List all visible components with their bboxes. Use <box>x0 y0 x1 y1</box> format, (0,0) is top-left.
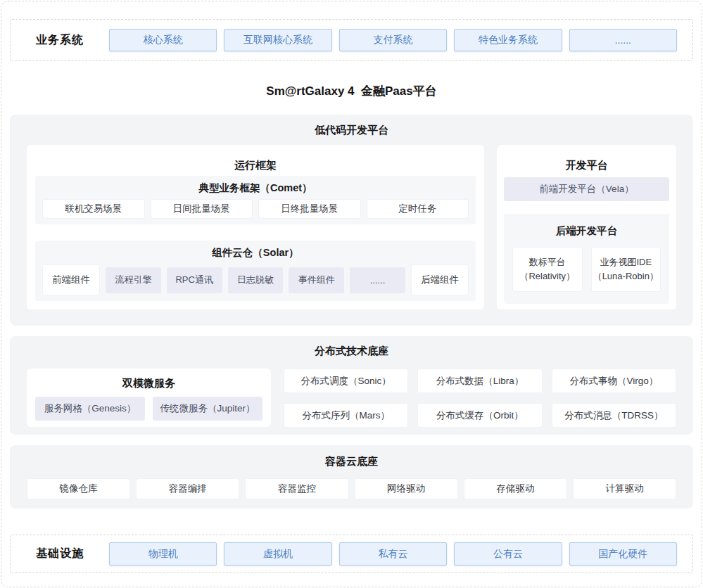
chip-physical-machine: 物理机 <box>109 542 217 565</box>
chip-eod-batch-scenario: 日终批量场景 <box>258 199 361 219</box>
chip-frontend-component: 前端组件 <box>42 264 100 295</box>
chip-special-business-system: 特色业务系统 <box>454 29 562 51</box>
lowcode-platform-body: 运行框架 典型业务框架（Comet） 联机交易场景 日间批量场景 日终批量场景 … <box>27 145 676 309</box>
chip-image-repository: 镜像仓库 <box>27 478 130 499</box>
chip-scheduled-task: 定时任务 <box>367 199 469 219</box>
comet-chips: 联机交易场景 日间批量场景 日终批量场景 定时任务 <box>42 199 469 219</box>
solar-chips: 前端组件 流程引擎 RPC通讯 日志脱敏 事件组件 ...... 后端组件 <box>42 264 469 295</box>
chip-private-cloud: 私有云 <box>339 542 447 565</box>
runtime-framework-title: 运行框架 <box>35 159 476 172</box>
chip-event-component: 事件组件 <box>289 267 344 293</box>
architecture-diagram: 业务系统 核心系统 互联网核心系统 支付系统 特色业务系统 ...... Sm@… <box>0 19 703 573</box>
chip-distributed-cache-orbit: 分布式缓存（Orbit） <box>417 403 542 428</box>
solar-component-cloud-box: 组件云仓（Solar） 前端组件 流程引擎 RPC通讯 日志脱敏 事件组件 ..… <box>35 241 476 301</box>
chip-core-system: 核心系统 <box>109 29 217 51</box>
chip-distributed-data-libra: 分布式数据（Libra） <box>417 369 542 393</box>
container-cloud-base-title: 容器云底座 <box>27 455 676 468</box>
runtime-framework-panel: 运行框架 典型业务框架（Comet） 联机交易场景 日间批量场景 日终批量场景 … <box>27 145 484 309</box>
infrastructure-label: 基础设施 <box>36 547 109 561</box>
distributed-services-grid: 分布式调度（Sonic） 分布式数据（Libra） 分布式事物（Virgo） 分… <box>284 369 676 428</box>
chip-line1: 业务视图IDE <box>600 255 652 269</box>
backend-dev-chips: 数标平台 （Relativity） 业务视图IDE （Luna-Robin） <box>512 247 661 292</box>
lowcode-platform-section: 低代码开发平台 运行框架 典型业务框架（Comet） 联机交易场景 日间批量场景… <box>10 115 693 326</box>
chip-distributed-message-tdrss: 分布式消息（TDRSS） <box>552 403 676 428</box>
lowcode-platform-title: 低代码开发平台 <box>27 124 676 136</box>
chip-domestic-hardware: 国产化硬件 <box>569 542 677 565</box>
chip-intraday-batch-scenario: 日间批量场景 <box>151 199 253 219</box>
infrastructure-row: 基础设施 物理机 虚拟机 私有云 公有云 国产化硬件 <box>10 535 693 573</box>
dual-mode-microservices-panel: 双模微服务 服务网格（Genesis） 传统微服务（Jupiter） <box>27 369 271 427</box>
solar-component-cloud-title: 组件云仓（Solar） <box>42 246 469 259</box>
chip-traditional-microservice-jupiter: 传统微服务（Jupiter） <box>153 397 262 421</box>
distributed-base-body: 双模微服务 服务网格（Genesis） 传统微服务（Jupiter） 分布式调度… <box>27 369 676 428</box>
container-cloud-chips: 镜像仓库 容器编排 容器监控 网络驱动 存储驱动 计算驱动 <box>27 478 676 499</box>
chip-solar-ellipsis: ...... <box>350 267 405 293</box>
business-systems-chips: 核心系统 互联网核心系统 支付系统 特色业务系统 ...... <box>109 29 677 51</box>
business-systems-label: 业务系统 <box>36 33 109 48</box>
backend-dev-platform-box: 后端开发平台 数标平台 （Relativity） 业务视图IDE （Luna-R… <box>504 214 669 304</box>
chip-frontend-dev-platform-vela: 前端开发平台（Vela） <box>504 177 669 201</box>
distributed-base-title: 分布式技术底座 <box>27 345 676 357</box>
chip-service-mesh-genesis: 服务网格（Genesis） <box>35 397 145 421</box>
page-title: Sm@rtGalaxy 4 金融Paas平台 <box>10 83 693 97</box>
chip-internet-core-system: 互联网核心系统 <box>224 29 331 51</box>
chip-line1: 数标平台 <box>529 255 566 269</box>
comet-framework-box: 典型业务框架（Comet） 联机交易场景 日间批量场景 日终批量场景 定时任务 <box>35 176 476 224</box>
chip-public-cloud: 公有云 <box>454 542 562 565</box>
chip-online-trading-scenario: 联机交易场景 <box>42 199 145 219</box>
chip-payment-system: 支付系统 <box>339 29 447 51</box>
chip-process-engine: 流程引擎 <box>106 267 161 293</box>
dev-platform-title: 开发平台 <box>504 159 669 172</box>
chip-storage-driver: 存储驱动 <box>464 478 567 499</box>
chip-distributed-transaction-virgo: 分布式事物（Virgo） <box>552 369 676 393</box>
chip-distributed-scheduling-sonic: 分布式调度（Sonic） <box>284 369 408 393</box>
chip-data-standard-platform-relativity: 数标平台 （Relativity） <box>512 247 583 292</box>
chip-business-ellipsis: ...... <box>569 29 677 51</box>
business-systems-row: 业务系统 核心系统 互联网核心系统 支付系统 特色业务系统 ...... <box>10 19 693 61</box>
dual-mode-microservices-title: 双模微服务 <box>35 377 262 390</box>
chip-log-masking: 日志脱敏 <box>228 267 284 293</box>
chip-line2: （Relativity） <box>519 269 575 283</box>
chip-container-monitoring: 容器监控 <box>245 478 348 499</box>
dev-platform-panel: 开发平台 前端开发平台（Vela） 后端开发平台 数标平台 （Relativit… <box>497 145 676 309</box>
distributed-base-section: 分布式技术底座 双模微服务 服务网格（Genesis） 传统微服务（Jupite… <box>10 336 693 435</box>
infrastructure-chips: 物理机 虚拟机 私有云 公有云 国产化硬件 <box>109 542 677 565</box>
chip-rpc-communication: RPC通讯 <box>167 267 222 293</box>
comet-framework-title: 典型业务框架（Comet） <box>42 181 469 194</box>
chip-business-view-ide-luna-robin: 业务视图IDE （Luna-Robin） <box>591 247 661 292</box>
chip-virtual-machine: 虚拟机 <box>224 542 331 565</box>
chip-distributed-sequence-mars: 分布式序列（Mars） <box>284 403 408 428</box>
chip-backend-component: 后端组件 <box>411 264 469 295</box>
backend-dev-platform-title: 后端开发平台 <box>512 224 661 237</box>
chip-line2: （Luna-Robin） <box>593 269 659 283</box>
container-cloud-base-section: 容器云底座 镜像仓库 容器编排 容器监控 网络驱动 存储驱动 计算驱动 <box>10 445 693 509</box>
chip-container-orchestration: 容器编排 <box>136 478 239 499</box>
chip-network-driver: 网络驱动 <box>355 478 458 499</box>
dual-mode-chips: 服务网格（Genesis） 传统微服务（Jupiter） <box>35 397 262 421</box>
chip-compute-driver: 计算驱动 <box>573 478 676 499</box>
